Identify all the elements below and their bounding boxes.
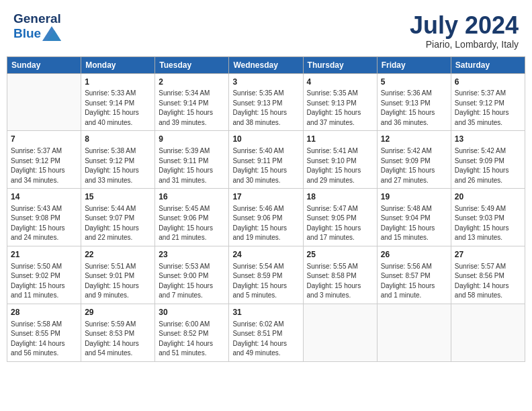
calendar-day-cell: 4Sunrise: 5:35 AMSunset: 9:13 PMDaylight… (303, 73, 377, 131)
day-info: Sunrise: 5:37 AMSunset: 9:12 PMDaylight:… (11, 146, 77, 185)
day-info: Sunrise: 5:42 AMSunset: 9:09 PMDaylight:… (455, 146, 521, 185)
calendar-day-cell: 23Sunrise: 5:53 AMSunset: 9:00 PMDayligh… (155, 246, 229, 304)
day-info: Sunrise: 5:54 AMSunset: 8:59 PMDaylight:… (232, 262, 299, 301)
day-info: Sunrise: 6:00 AMSunset: 8:52 PMDaylight:… (159, 320, 225, 359)
day-number: 4 (307, 77, 373, 88)
calendar-day-cell: 14Sunrise: 5:43 AMSunset: 9:08 PMDayligh… (7, 189, 81, 246)
calendar-day-cell: 25Sunrise: 5:55 AMSunset: 8:58 PMDayligh… (303, 246, 377, 304)
calendar-week-row: 7Sunrise: 5:37 AMSunset: 9:12 PMDaylight… (7, 131, 525, 189)
day-number: 25 (307, 249, 373, 261)
weekday-header: Friday (377, 56, 451, 73)
calendar-week-row: 28Sunrise: 5:58 AMSunset: 8:55 PMDayligh… (7, 304, 525, 361)
calendar-day-cell: 29Sunrise: 5:59 AMSunset: 8:53 PMDayligh… (81, 304, 155, 361)
day-info: Sunrise: 5:36 AMSunset: 9:13 PMDaylight:… (381, 89, 447, 128)
day-info: Sunrise: 5:44 AMSunset: 9:07 PMDaylight:… (85, 204, 151, 243)
calendar-day-cell: 31Sunrise: 6:02 AMSunset: 8:51 PMDayligh… (229, 304, 303, 361)
day-info: Sunrise: 5:39 AMSunset: 9:11 PMDaylight:… (159, 146, 225, 185)
day-number: 12 (381, 134, 447, 145)
day-info: Sunrise: 5:53 AMSunset: 9:00 PMDaylight:… (159, 262, 225, 301)
calendar-day-cell: 24Sunrise: 5:54 AMSunset: 8:59 PMDayligh… (229, 246, 303, 304)
month-title: July 2024 (410, 12, 519, 39)
day-info: Sunrise: 5:57 AMSunset: 8:56 PMDaylight:… (455, 262, 521, 301)
day-number: 24 (232, 249, 299, 261)
day-number: 20 (455, 191, 521, 203)
calendar-day-cell: 11Sunrise: 5:41 AMSunset: 9:10 PMDayligh… (303, 131, 377, 189)
calendar-table: SundayMondayTuesdayWednesdayThursdayFrid… (7, 56, 525, 362)
weekday-header: Tuesday (155, 56, 229, 73)
calendar-day-cell: 19Sunrise: 5:48 AMSunset: 9:04 PMDayligh… (377, 189, 451, 246)
day-number: 31 (232, 307, 299, 318)
calendar-day-cell: 5Sunrise: 5:36 AMSunset: 9:13 PMDaylight… (377, 73, 451, 131)
calendar-day-cell: 8Sunrise: 5:38 AMSunset: 9:12 PMDaylight… (81, 131, 155, 189)
logo-icon (42, 26, 61, 41)
day-number: 7 (11, 134, 77, 145)
day-number: 17 (232, 191, 299, 203)
day-info: Sunrise: 5:56 AMSunset: 8:57 PMDaylight:… (381, 262, 447, 301)
calendar-day-cell: 3Sunrise: 5:35 AMSunset: 9:13 PMDaylight… (229, 73, 303, 131)
calendar-day-cell (377, 304, 451, 361)
day-number: 1 (85, 77, 151, 88)
calendar-day-cell (7, 73, 81, 131)
day-number: 3 (232, 77, 299, 88)
day-number: 16 (159, 191, 225, 203)
day-number: 28 (11, 307, 77, 318)
title-block: July 2024 Piario, Lombardy, Italy (410, 12, 519, 50)
day-info: Sunrise: 5:49 AMSunset: 9:03 PMDaylight:… (455, 204, 521, 243)
calendar-day-cell: 7Sunrise: 5:37 AMSunset: 9:12 PMDaylight… (7, 131, 81, 189)
calendar-week-row: 1Sunrise: 5:33 AMSunset: 9:14 PMDaylight… (7, 73, 525, 131)
calendar-day-cell: 27Sunrise: 5:57 AMSunset: 8:56 PMDayligh… (451, 246, 525, 304)
calendar-day-cell: 9Sunrise: 5:39 AMSunset: 9:11 PMDaylight… (155, 131, 229, 189)
calendar-header-row: SundayMondayTuesdayWednesdayThursdayFrid… (7, 56, 525, 73)
day-info: Sunrise: 5:42 AMSunset: 9:09 PMDaylight:… (381, 146, 447, 185)
day-number: 22 (85, 249, 151, 261)
calendar-day-cell: 17Sunrise: 5:46 AMSunset: 9:06 PMDayligh… (229, 189, 303, 246)
day-number: 11 (307, 134, 373, 145)
weekday-header: Monday (81, 56, 155, 73)
calendar-day-cell: 2Sunrise: 5:34 AMSunset: 9:14 PMDaylight… (155, 73, 229, 131)
day-info: Sunrise: 6:02 AMSunset: 8:51 PMDaylight:… (232, 320, 299, 359)
day-number: 9 (159, 134, 225, 145)
day-number: 15 (85, 191, 151, 203)
calendar-day-cell: 6Sunrise: 5:37 AMSunset: 9:12 PMDaylight… (451, 73, 525, 131)
weekday-header: Wednesday (229, 56, 303, 73)
calendar-day-cell: 10Sunrise: 5:40 AMSunset: 9:11 PMDayligh… (229, 131, 303, 189)
calendar-day-cell: 16Sunrise: 5:45 AMSunset: 9:06 PMDayligh… (155, 189, 229, 246)
day-info: Sunrise: 5:37 AMSunset: 9:12 PMDaylight:… (455, 89, 521, 128)
day-number: 26 (381, 249, 447, 261)
day-info: Sunrise: 5:51 AMSunset: 9:01 PMDaylight:… (85, 262, 151, 301)
calendar-day-cell: 1Sunrise: 5:33 AMSunset: 9:14 PMDaylight… (81, 73, 155, 131)
day-info: Sunrise: 5:47 AMSunset: 9:05 PMDaylight:… (307, 204, 373, 243)
weekday-header: Sunday (7, 56, 81, 73)
day-info: Sunrise: 5:50 AMSunset: 9:02 PMDaylight:… (11, 262, 77, 301)
calendar-day-cell: 15Sunrise: 5:44 AMSunset: 9:07 PMDayligh… (81, 189, 155, 246)
day-number: 14 (11, 191, 77, 203)
day-info: Sunrise: 5:38 AMSunset: 9:12 PMDaylight:… (85, 146, 151, 185)
calendar-week-row: 21Sunrise: 5:50 AMSunset: 9:02 PMDayligh… (7, 246, 525, 304)
day-number: 21 (11, 249, 77, 261)
day-info: Sunrise: 5:58 AMSunset: 8:55 PMDaylight:… (11, 320, 77, 359)
calendar-day-cell: 21Sunrise: 5:50 AMSunset: 9:02 PMDayligh… (7, 246, 81, 304)
day-number: 2 (159, 77, 225, 88)
weekday-header: Saturday (451, 56, 525, 73)
calendar-day-cell: 13Sunrise: 5:42 AMSunset: 9:09 PMDayligh… (451, 131, 525, 189)
calendar-day-cell: 20Sunrise: 5:49 AMSunset: 9:03 PMDayligh… (451, 189, 525, 246)
day-info: Sunrise: 5:43 AMSunset: 9:08 PMDaylight:… (11, 204, 77, 243)
weekday-header: Thursday (303, 56, 377, 73)
calendar-day-cell: 28Sunrise: 5:58 AMSunset: 8:55 PMDayligh… (7, 304, 81, 361)
day-number: 19 (381, 191, 447, 203)
location: Piario, Lombardy, Italy (410, 39, 519, 50)
day-info: Sunrise: 5:40 AMSunset: 9:11 PMDaylight:… (232, 146, 299, 185)
calendar-day-cell: 12Sunrise: 5:42 AMSunset: 9:09 PMDayligh… (377, 131, 451, 189)
day-info: Sunrise: 5:59 AMSunset: 8:53 PMDaylight:… (85, 320, 151, 359)
logo-general: General (13, 12, 61, 26)
day-number: 23 (159, 249, 225, 261)
day-number: 30 (159, 307, 225, 318)
logo: General Blue (13, 12, 61, 42)
calendar-day-cell: 22Sunrise: 5:51 AMSunset: 9:01 PMDayligh… (81, 246, 155, 304)
day-number: 8 (85, 134, 151, 145)
day-info: Sunrise: 5:41 AMSunset: 9:10 PMDaylight:… (307, 146, 373, 185)
calendar-day-cell: 26Sunrise: 5:56 AMSunset: 8:57 PMDayligh… (377, 246, 451, 304)
day-number: 6 (455, 77, 521, 88)
calendar-week-row: 14Sunrise: 5:43 AMSunset: 9:08 PMDayligh… (7, 189, 525, 246)
calendar-day-cell: 18Sunrise: 5:47 AMSunset: 9:05 PMDayligh… (303, 189, 377, 246)
